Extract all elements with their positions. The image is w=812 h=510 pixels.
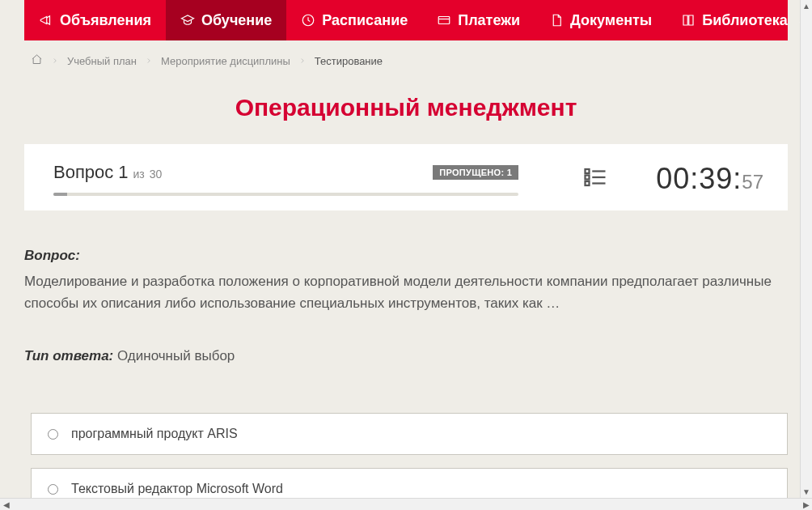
chevron-right-icon [298, 55, 307, 67]
answer-option[interactable]: программный продукт ARIS [31, 413, 788, 455]
chevron-right-icon [51, 55, 59, 67]
svg-rect-3 [586, 176, 590, 180]
breadcrumb-item-current: Тестирование [315, 55, 383, 67]
clock-icon [301, 13, 315, 28]
progress-bar [53, 193, 518, 196]
graduation-cap-icon [180, 13, 195, 28]
chevron-right-icon [145, 55, 153, 67]
page-title: Операционный менеджмент [0, 94, 812, 121]
radio-icon[interactable] [48, 429, 58, 440]
skipped-badge: ПРОПУЩЕНО: 1 [433, 165, 518, 180]
nav-label: Библиотека [702, 12, 788, 29]
card-icon [437, 13, 451, 28]
nav-item-schedule[interactable]: Расписание [286, 0, 422, 40]
question-text: Моделирование и разработка положения о к… [24, 270, 788, 314]
radio-icon[interactable] [48, 484, 58, 495]
question-list-icon[interactable] [583, 165, 607, 193]
book-icon [681, 13, 696, 28]
progress-fill [53, 193, 67, 196]
top-nav: Объявления Обучение Расписание Платежи Д… [24, 0, 788, 40]
scroll-up-icon[interactable]: ▲ [801, 0, 813, 12]
scroll-down-icon[interactable]: ▼ [801, 486, 813, 498]
svg-rect-4 [586, 181, 590, 185]
scroll-left-icon[interactable]: ◀ [0, 499, 12, 511]
option-text: программный продукт ARIS [71, 427, 238, 441]
timer-seconds: 57 [742, 171, 763, 193]
option-text: Текстовый редактор Microsoft Word [71, 482, 283, 496]
megaphone-icon [39, 13, 53, 28]
nav-label: Документы [570, 12, 652, 29]
answer-type-value: Одиночный выбор [117, 348, 235, 363]
nav-label: Расписание [322, 12, 408, 29]
question-area: Вопрос: Моделирование и разработка полож… [0, 210, 812, 413]
question-number: 1 [118, 162, 128, 183]
question-word: Вопрос [53, 162, 113, 183]
breadcrumb-item[interactable]: Учебный план [67, 55, 137, 67]
question-progress: Вопрос 1 из 30 ПРОПУЩЕНО: 1 [53, 162, 518, 196]
timer-main: 00:39: [656, 162, 742, 196]
nav-label: Обучение [201, 12, 272, 29]
vertical-scrollbar[interactable]: ▲ ▼ [800, 0, 812, 498]
nav-item-library[interactable]: Библиотека [666, 0, 812, 40]
document-icon [549, 13, 564, 28]
nav-item-documents[interactable]: Документы [535, 0, 666, 40]
status-panel: Вопрос 1 из 30 ПРОПУЩЕНО: 1 00:39:57 [24, 144, 788, 210]
timer: 00:39:57 [656, 162, 763, 196]
breadcrumb: Учебный план Мероприятие дисциплины Тест… [0, 40, 812, 79]
answer-type-label: Тип ответа: [24, 348, 113, 363]
horizontal-scrollbar[interactable]: ◀ ▶ [0, 498, 812, 510]
question-of: из [133, 168, 145, 181]
question-total: 30 [150, 168, 163, 181]
question-label: Вопрос: [24, 248, 788, 264]
svg-rect-2 [586, 169, 590, 173]
nav-item-announcements[interactable]: Объявления [24, 0, 166, 40]
home-icon[interactable] [31, 53, 43, 68]
nav-label: Платежи [458, 12, 520, 29]
breadcrumb-item[interactable]: Мероприятие дисциплины [161, 55, 290, 67]
nav-item-payments[interactable]: Платежи [422, 0, 535, 40]
nav-item-learning[interactable]: Обучение [166, 0, 286, 40]
scroll-right-icon[interactable]: ▶ [800, 499, 812, 511]
answer-option[interactable]: Текстовый редактор Microsoft Word [31, 468, 788, 498]
svg-rect-1 [438, 17, 450, 24]
answer-options: программный продукт ARIS Текстовый редак… [0, 413, 812, 498]
nav-label: Объявления [60, 12, 151, 29]
